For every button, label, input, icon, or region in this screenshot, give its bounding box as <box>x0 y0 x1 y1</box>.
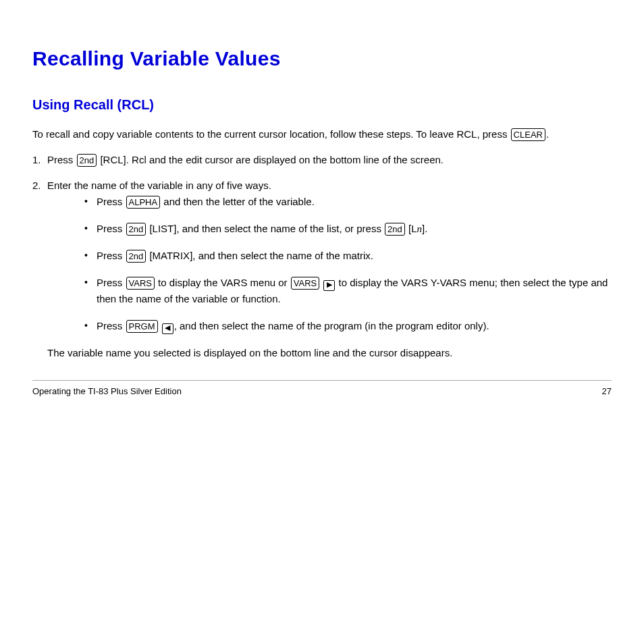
arrow-right-icon: ▶ <box>323 280 335 291</box>
prgm-key: PRGM <box>126 320 158 333</box>
option-list: Press 2nd [LIST], and then select the na… <box>84 221 612 237</box>
option-prgm: Press PRGM ◀, and then select the name o… <box>84 318 612 334</box>
second-key: 2nd <box>77 154 97 167</box>
vars-key: VARS <box>291 277 319 290</box>
page-footer: Operating the TI-83 Plus Silver Edition … <box>32 386 612 396</box>
step-1: Press 2nd [RCL]. Rcl and the edit cursor… <box>32 152 612 168</box>
options-list: Press ALPHA and then the letter of the v… <box>84 194 612 334</box>
second-key: 2nd <box>385 223 405 236</box>
footer-left: Operating the TI-83 Plus Silver Edition <box>32 386 182 396</box>
vars-key: VARS <box>126 277 155 290</box>
section-subhead: Using Recall (RCL) <box>32 97 612 113</box>
step2-tail: The variable name you selected is displa… <box>47 345 612 361</box>
intro-text: To recall and copy variable contents to … <box>32 126 612 142</box>
alpha-key: ALPHA <box>126 196 161 209</box>
page-title: Recalling Variable Values <box>32 47 612 70</box>
step-2: Enter the name of the variable in any of… <box>32 178 612 361</box>
steps-list: Press 2nd [RCL]. Rcl and the edit cursor… <box>32 152 612 361</box>
arrow-left-icon: ◀ <box>162 323 173 334</box>
second-key: 2nd <box>126 223 146 236</box>
footer-right: 27 <box>602 386 612 396</box>
clear-key: CLEAR <box>511 128 545 141</box>
second-key: 2nd <box>126 250 146 263</box>
option-alpha: Press ALPHA and then the letter of the v… <box>84 194 612 210</box>
footer-rule <box>32 380 612 381</box>
option-matrix: Press 2nd [MATRIX], and then select the … <box>84 248 612 264</box>
option-vars: Press VARS to display the VARS menu or V… <box>84 275 612 307</box>
